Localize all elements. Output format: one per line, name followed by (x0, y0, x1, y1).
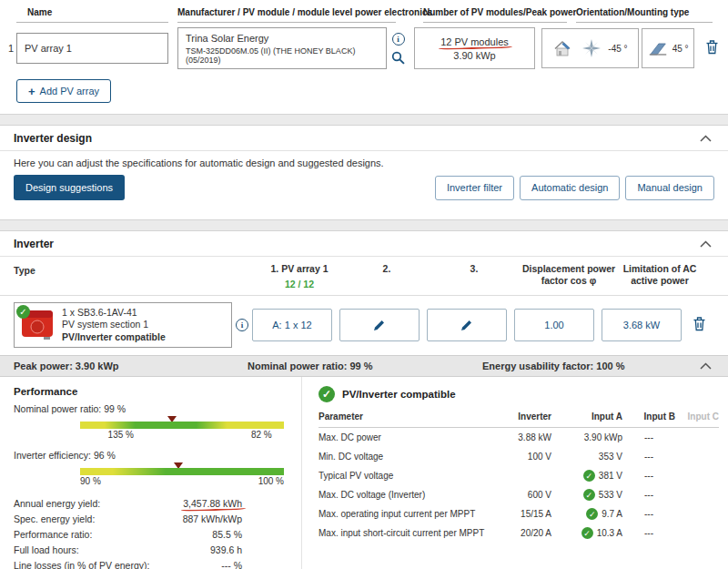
performance-title: Performance (14, 386, 292, 397)
metric-label: Annual energy yield: (14, 498, 162, 509)
table-row: Max. input short-circuit current per MPP… (318, 523, 719, 543)
pv-array-section: Name Manufacturer / PV module / module l… (0, 0, 728, 103)
inverter-value: 100 V (490, 452, 551, 462)
module-actions: i (387, 33, 410, 65)
delete-inverter-button[interactable] (691, 314, 708, 336)
automatic-design-button[interactable]: Automatic design (520, 176, 620, 200)
col-parameter: Parameter (318, 412, 490, 422)
inverter-info: i (232, 319, 252, 331)
cos-phi-value[interactable]: 1.00 (514, 309, 594, 341)
metric-value: 887 kWh/kWp (162, 513, 242, 524)
module-name: TSM-325DD06M.05 (II) (THE HONEY BLACK) (… (186, 46, 379, 65)
section-title: Inverter (14, 238, 54, 250)
gauge-bar (80, 468, 284, 475)
nominal-power-ratio-label: Nominal power ratio: 99 % (14, 403, 292, 414)
azimuth-value: -45 ° (608, 44, 627, 54)
scale-label: 135 % (108, 430, 134, 440)
param-label: Max. DC power (318, 432, 490, 442)
design-suggestions-button[interactable]: Design suggestions (14, 175, 125, 200)
inverter-header: Inverter (0, 231, 728, 257)
module-count-box[interactable]: 12 PV modules 3.90 kWp (414, 27, 535, 69)
metric-value: 939.6 h (162, 544, 242, 555)
section-divider (0, 219, 728, 231)
add-pv-array-label: Add PV array (40, 86, 99, 97)
compatibility-status: PV/Inverter compatible (62, 331, 166, 344)
input-b-value: --- (622, 471, 675, 481)
ac-limit-value[interactable]: 3.68 kW (602, 309, 682, 341)
trash-icon (705, 39, 719, 55)
info-icon[interactable]: i (392, 33, 405, 46)
collapse-chevron-icon[interactable] (698, 361, 713, 371)
inverter-type-box[interactable]: ✓ 1 x SB3.6-1AV-41 PV system section 1 P… (14, 302, 232, 348)
col-pv-array-1: 1. PV array 1 12 / 12 (259, 263, 339, 290)
input-2-edit[interactable] (339, 309, 420, 341)
inverter-details: Performance Nominal power ratio: 99 % 13… (0, 377, 728, 569)
manual-design-button[interactable]: Manual design (625, 176, 714, 200)
table-row: Typical PV voltage ✓ 381 V --- (318, 466, 719, 485)
input-b-value: --- (622, 490, 675, 500)
input-b-value: --- (622, 509, 675, 519)
col-input-a: Input A (551, 412, 622, 422)
inverter-table-headers: Type 1. PV array 1 12 / 12 2. 3. Displac… (0, 257, 728, 296)
pencil-icon (460, 319, 473, 331)
orientation-box[interactable]: -45 ° (541, 28, 639, 68)
peak-power: 3.90 kWp (453, 50, 495, 61)
collapse-chevron-icon[interactable] (698, 133, 713, 144)
param-label: Typical PV voltage (318, 471, 490, 481)
nominal-power-ratio-gauge: 135 % 82 % (80, 416, 284, 443)
col-type: Type (14, 263, 259, 277)
inverter-value: 600 V (490, 490, 551, 500)
param-label: Max. operating input current per MPPT (318, 509, 490, 519)
metric-label: Full load hours: (14, 544, 162, 555)
summary-energy-usability: Energy usability factor: 100 % (482, 361, 698, 371)
table-row: Max. operating input current per MPPT 15… (318, 504, 719, 523)
metric-label: Line losses (in % of PV energy): (14, 560, 162, 569)
header-name: Name (16, 7, 168, 23)
metric-row: Full load hours: 939.6 h (14, 542, 292, 557)
pv-array-name-input[interactable] (16, 33, 168, 64)
summary-peak-power: Peak power: 3.90 kWp (14, 361, 248, 371)
delete-pv-array-button[interactable] (703, 37, 721, 59)
collapse-chevron-icon[interactable] (698, 239, 713, 249)
inverter-value: 20/20 A (490, 528, 551, 538)
tilt-value: 45 ° (672, 44, 689, 54)
input-a-value: 9.7 A (602, 509, 622, 519)
input-a-value: 533 V (599, 490, 622, 500)
header-manufacturer: Manufacturer / PV module / module level … (177, 7, 396, 23)
inverter-row: ✓ 1 x SB3.6-1AV-41 PV system section 1 P… (0, 296, 728, 355)
section-title: Inverter design (14, 132, 92, 145)
input-b-value: --- (622, 452, 675, 462)
pv-module-select[interactable]: Trina Solar Energy TSM-325DD06M.05 (II) … (177, 27, 387, 69)
col-input-b: Input B (622, 412, 675, 422)
row-index: 1 (5, 43, 16, 54)
manufacturer-name: Trina Solar Energy (186, 33, 379, 44)
inverter-efficiency-label: Inverter efficiency: 96 % (14, 450, 292, 461)
compatibility-title-row: ✓ PV/Inverter compatible (318, 386, 719, 402)
mounting-box[interactable]: 45 ° (642, 28, 694, 68)
compass-icon (582, 39, 601, 57)
input-b-value: --- (622, 432, 675, 442)
metric-row: Performance ratio: 85.5 % (14, 526, 292, 542)
header-modules: Number of PV modules/Peak power (423, 7, 567, 23)
inverter-summary-bar: Peak power: 3.90 kWp Nominal power ratio… (0, 355, 728, 377)
header-orientation: Orientation/Mounting type (576, 7, 713, 23)
inverter-design-section: Inverter design Here you can adjust the … (0, 126, 728, 208)
add-pv-array-button[interactable]: + Add PV array (16, 79, 111, 103)
pv-system-section: PV system section 1 (62, 319, 166, 331)
col-input-c: Input C (675, 412, 719, 422)
metric-row: Annual energy yield: 3,457.88 kWh (14, 495, 292, 511)
input-a-value: 381 V (599, 471, 622, 481)
input-a-assignment[interactable]: A: 1 x 12 (252, 309, 332, 341)
performance-metrics: Annual energy yield: 3,457.88 kWh Spec. … (14, 495, 292, 569)
param-label: Max. DC voltage (Inverter) (318, 490, 490, 500)
trash-icon (693, 316, 706, 331)
search-icon[interactable] (391, 51, 405, 65)
scale-label: 90 % (80, 476, 101, 486)
info-icon[interactable]: i (236, 319, 248, 331)
check-icon: ✓ (583, 489, 595, 501)
input-a-value: 3.90 kWp (584, 432, 622, 442)
inverter-filter-button[interactable]: Inverter filter (435, 176, 514, 200)
input-3-edit[interactable] (427, 309, 507, 341)
metric-value: 85.5 % (162, 529, 242, 540)
plus-icon: + (28, 86, 35, 97)
